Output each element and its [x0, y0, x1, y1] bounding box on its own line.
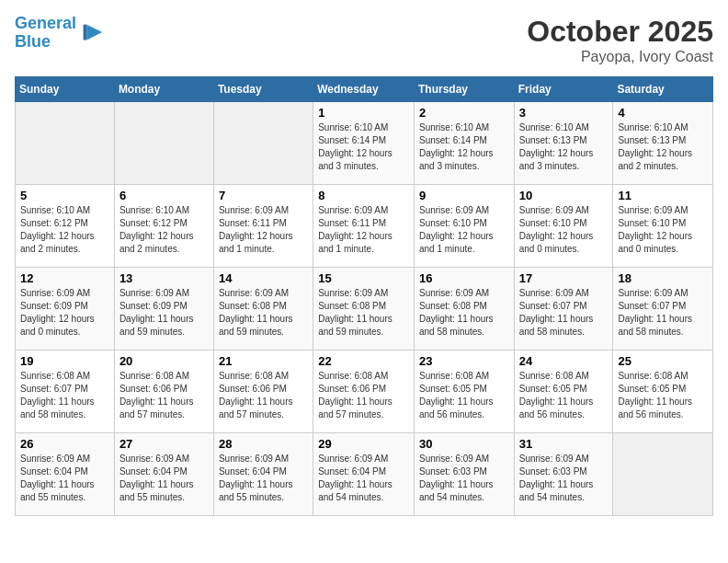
day-info: Sunrise: 6:09 AMSunset: 6:08 PMDaylight:… — [318, 287, 409, 339]
day-info: Sunrise: 6:08 AMSunset: 6:05 PMDaylight:… — [519, 370, 609, 421]
svg-rect-1 — [84, 24, 87, 40]
calendar-cell: 15Sunrise: 6:09 AMSunset: 6:08 PMDayligh… — [313, 268, 415, 350]
calendar-cell: 20Sunrise: 6:08 AMSunset: 6:06 PMDayligh… — [114, 350, 213, 433]
calendar-cell: 8Sunrise: 6:09 AMSunset: 6:11 PMDaylight… — [313, 185, 415, 268]
day-info: Sunrise: 6:09 AMSunset: 6:08 PMDaylight:… — [219, 287, 308, 339]
calendar-cell: 31Sunrise: 6:09 AMSunset: 6:03 PMDayligh… — [514, 433, 613, 516]
calendar-cell: 23Sunrise: 6:08 AMSunset: 6:05 PMDayligh… — [414, 350, 514, 433]
day-header-wednesday: Wednesday — [313, 77, 415, 102]
day-info: Sunrise: 6:09 AMSunset: 6:11 PMDaylight:… — [219, 204, 308, 256]
day-number: 27 — [119, 437, 209, 451]
calendar-cell: 25Sunrise: 6:08 AMSunset: 6:05 PMDayligh… — [613, 350, 713, 433]
calendar-cell — [16, 102, 115, 185]
day-info: Sunrise: 6:10 AMSunset: 6:13 PMDaylight:… — [519, 121, 609, 173]
day-info: Sunrise: 6:10 AMSunset: 6:14 PMDaylight:… — [419, 121, 509, 173]
page-subtitle: Payopa, Ivory Coast — [527, 49, 713, 65]
day-number: 23 — [419, 354, 509, 368]
day-number: 19 — [20, 354, 109, 368]
calendar-cell: 19Sunrise: 6:08 AMSunset: 6:07 PMDayligh… — [16, 350, 115, 433]
day-header-monday: Monday — [114, 77, 213, 102]
day-info: Sunrise: 6:10 AMSunset: 6:14 PMDaylight:… — [318, 121, 409, 173]
day-number: 9 — [419, 189, 509, 202]
calendar-week-2: 5Sunrise: 6:10 AMSunset: 6:12 PMDaylight… — [16, 185, 713, 268]
day-number: 5 — [20, 189, 109, 202]
calendar-week-1: 1Sunrise: 6:10 AMSunset: 6:14 PMDaylight… — [16, 102, 713, 185]
calendar-cell: 6Sunrise: 6:10 AMSunset: 6:12 PMDaylight… — [114, 185, 213, 268]
day-number: 16 — [419, 271, 509, 285]
calendar-cell: 13Sunrise: 6:09 AMSunset: 6:09 PMDayligh… — [114, 268, 213, 350]
calendar-cell: 2Sunrise: 6:10 AMSunset: 6:14 PMDaylight… — [414, 102, 514, 185]
day-info: Sunrise: 6:09 AMSunset: 6:07 PMDaylight:… — [618, 287, 708, 339]
day-header-friday: Friday — [514, 77, 613, 102]
day-number: 11 — [618, 189, 708, 202]
calendar-cell: 16Sunrise: 6:09 AMSunset: 6:08 PMDayligh… — [414, 268, 514, 350]
calendar-cell: 22Sunrise: 6:08 AMSunset: 6:06 PMDayligh… — [313, 350, 415, 433]
day-number: 12 — [20, 271, 109, 285]
calendar-cell: 28Sunrise: 6:09 AMSunset: 6:04 PMDayligh… — [213, 433, 313, 516]
day-info: Sunrise: 6:08 AMSunset: 6:06 PMDaylight:… — [219, 370, 308, 421]
day-number: 3 — [519, 106, 609, 120]
calendar-week-4: 19Sunrise: 6:08 AMSunset: 6:07 PMDayligh… — [16, 350, 713, 433]
day-number: 20 — [119, 354, 209, 368]
day-number: 6 — [119, 189, 209, 202]
day-info: Sunrise: 6:09 AMSunset: 6:10 PMDaylight:… — [519, 204, 609, 256]
day-number: 31 — [519, 437, 609, 451]
calendar-cell: 7Sunrise: 6:09 AMSunset: 6:11 PMDaylight… — [213, 185, 313, 268]
day-info: Sunrise: 6:09 AMSunset: 6:04 PMDaylight:… — [219, 453, 308, 504]
calendar-week-5: 26Sunrise: 6:09 AMSunset: 6:04 PMDayligh… — [16, 433, 713, 516]
day-number: 28 — [219, 437, 308, 451]
day-number: 4 — [618, 106, 708, 120]
logo: General Blue — [15, 15, 104, 52]
day-number: 7 — [219, 189, 308, 202]
day-number: 1 — [318, 106, 409, 120]
day-info: Sunrise: 6:09 AMSunset: 6:04 PMDaylight:… — [20, 453, 109, 504]
day-header-tuesday: Tuesday — [213, 77, 313, 102]
day-number: 24 — [519, 354, 609, 368]
calendar-week-3: 12Sunrise: 6:09 AMSunset: 6:09 PMDayligh… — [16, 268, 713, 350]
day-number: 15 — [318, 271, 409, 285]
day-info: Sunrise: 6:09 AMSunset: 6:03 PMDaylight:… — [419, 453, 509, 504]
logo-text: General Blue — [15, 15, 76, 52]
day-info: Sunrise: 6:09 AMSunset: 6:08 PMDaylight:… — [419, 287, 509, 339]
day-info: Sunrise: 6:09 AMSunset: 6:07 PMDaylight:… — [519, 287, 609, 339]
calendar-cell: 26Sunrise: 6:09 AMSunset: 6:04 PMDayligh… — [16, 433, 115, 516]
calendar-cell: 14Sunrise: 6:09 AMSunset: 6:08 PMDayligh… — [213, 268, 313, 350]
logo-icon — [78, 20, 104, 46]
day-number: 2 — [419, 106, 509, 120]
calendar-header-row: SundayMondayTuesdayWednesdayThursdayFrid… — [16, 77, 713, 102]
day-info: Sunrise: 6:08 AMSunset: 6:06 PMDaylight:… — [318, 370, 409, 421]
day-info: Sunrise: 6:09 AMSunset: 6:03 PMDaylight:… — [519, 453, 609, 504]
day-info: Sunrise: 6:10 AMSunset: 6:13 PMDaylight:… — [618, 121, 708, 173]
day-number: 22 — [318, 354, 409, 368]
calendar-cell: 9Sunrise: 6:09 AMSunset: 6:10 PMDaylight… — [414, 185, 514, 268]
day-number: 30 — [419, 437, 509, 451]
calendar-cell: 17Sunrise: 6:09 AMSunset: 6:07 PMDayligh… — [514, 268, 613, 350]
day-number: 18 — [618, 271, 708, 285]
day-info: Sunrise: 6:08 AMSunset: 6:06 PMDaylight:… — [119, 370, 209, 421]
day-header-saturday: Saturday — [613, 77, 713, 102]
calendar-cell — [613, 433, 713, 516]
day-info: Sunrise: 6:09 AMSunset: 6:09 PMDaylight:… — [119, 287, 209, 339]
day-number: 13 — [119, 271, 209, 285]
day-number: 10 — [519, 189, 609, 202]
day-info: Sunrise: 6:09 AMSunset: 6:04 PMDaylight:… — [119, 453, 209, 504]
day-info: Sunrise: 6:09 AMSunset: 6:09 PMDaylight:… — [20, 287, 109, 339]
day-number: 25 — [618, 354, 708, 368]
page-title: October 2025 — [527, 15, 713, 49]
calendar-cell: 12Sunrise: 6:09 AMSunset: 6:09 PMDayligh… — [16, 268, 115, 350]
day-number: 26 — [20, 437, 109, 451]
calendar-cell: 18Sunrise: 6:09 AMSunset: 6:07 PMDayligh… — [613, 268, 713, 350]
day-header-thursday: Thursday — [414, 77, 514, 102]
day-number: 21 — [219, 354, 308, 368]
calendar-cell: 29Sunrise: 6:09 AMSunset: 6:04 PMDayligh… — [313, 433, 415, 516]
day-info: Sunrise: 6:09 AMSunset: 6:10 PMDaylight:… — [618, 204, 708, 256]
calendar-cell — [213, 102, 313, 185]
day-info: Sunrise: 6:09 AMSunset: 6:11 PMDaylight:… — [318, 204, 409, 256]
calendar-body: 1Sunrise: 6:10 AMSunset: 6:14 PMDaylight… — [16, 102, 713, 516]
calendar-cell: 3Sunrise: 6:10 AMSunset: 6:13 PMDaylight… — [514, 102, 613, 185]
day-info: Sunrise: 6:08 AMSunset: 6:05 PMDaylight:… — [419, 370, 509, 421]
calendar-cell: 1Sunrise: 6:10 AMSunset: 6:14 PMDaylight… — [313, 102, 415, 185]
day-info: Sunrise: 6:08 AMSunset: 6:07 PMDaylight:… — [20, 370, 109, 421]
calendar-cell: 11Sunrise: 6:09 AMSunset: 6:10 PMDayligh… — [613, 185, 713, 268]
calendar-cell: 10Sunrise: 6:09 AMSunset: 6:10 PMDayligh… — [514, 185, 613, 268]
